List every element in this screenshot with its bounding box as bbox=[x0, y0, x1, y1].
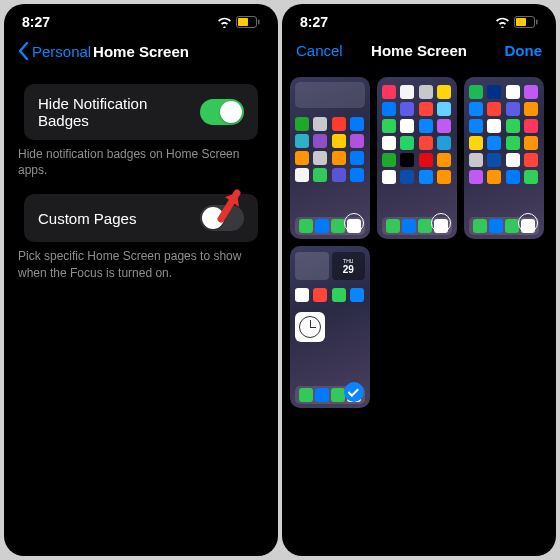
status-time: 8:27 bbox=[22, 14, 50, 30]
page-title: Home Screen bbox=[93, 43, 189, 60]
custom-pages-footer: Pick specific Home Screen pages to show … bbox=[4, 242, 278, 280]
cancel-button[interactable]: Cancel bbox=[296, 42, 343, 59]
battery-icon bbox=[236, 16, 260, 28]
nav-bar: Personal Home Screen bbox=[4, 34, 278, 68]
settings-screen: 8:27 Personal Home Screen Hide Notificat… bbox=[4, 4, 278, 556]
nav-bar: Cancel Home Screen Done bbox=[282, 34, 556, 67]
select-circle-checked[interactable] bbox=[344, 382, 364, 402]
custom-pages-row: Custom Pages bbox=[24, 194, 258, 242]
svg-rect-4 bbox=[516, 18, 526, 26]
hide-badges-row: Hide Notification Badges bbox=[24, 84, 258, 140]
settings-group-custom-pages: Custom Pages Pick specific Home Screen p… bbox=[4, 194, 278, 280]
custom-pages-toggle[interactable] bbox=[200, 205, 244, 231]
svg-rect-5 bbox=[536, 20, 538, 25]
hide-badges-toggle[interactable] bbox=[200, 99, 244, 125]
status-icons bbox=[217, 16, 260, 28]
page-thumb-1[interactable] bbox=[290, 77, 370, 239]
page-thumb-2[interactable] bbox=[377, 77, 457, 239]
done-button[interactable]: Done bbox=[505, 42, 543, 59]
custom-pages-label: Custom Pages bbox=[38, 210, 136, 227]
battery-icon bbox=[514, 16, 538, 28]
page-thumb-4[interactable]: THU29 bbox=[290, 246, 370, 408]
wifi-icon bbox=[495, 17, 510, 28]
hide-badges-footer: Hide notification badges on Home Screen … bbox=[4, 140, 278, 178]
back-label: Personal bbox=[32, 43, 91, 60]
status-bar: 8:27 bbox=[4, 4, 278, 34]
svg-rect-1 bbox=[238, 18, 248, 26]
status-icons bbox=[495, 16, 538, 28]
page-picker-screen: 8:27 Cancel Home Screen Done bbox=[282, 4, 556, 556]
status-bar: 8:27 bbox=[282, 4, 556, 34]
chevron-left-icon bbox=[18, 42, 29, 60]
svg-rect-2 bbox=[258, 20, 260, 25]
settings-group-badges: Hide Notification Badges Hide notificati… bbox=[4, 84, 278, 178]
wifi-icon bbox=[217, 17, 232, 28]
select-circle[interactable] bbox=[431, 213, 451, 233]
select-circle[interactable] bbox=[344, 213, 364, 233]
back-button[interactable]: Personal bbox=[18, 42, 91, 60]
select-circle[interactable] bbox=[518, 213, 538, 233]
page-title: Home Screen bbox=[371, 42, 467, 59]
hide-badges-label: Hide Notification Badges bbox=[38, 95, 200, 129]
page-thumb-3[interactable] bbox=[464, 77, 544, 239]
pages-grid: THU29 bbox=[282, 67, 556, 418]
status-time: 8:27 bbox=[300, 14, 328, 30]
